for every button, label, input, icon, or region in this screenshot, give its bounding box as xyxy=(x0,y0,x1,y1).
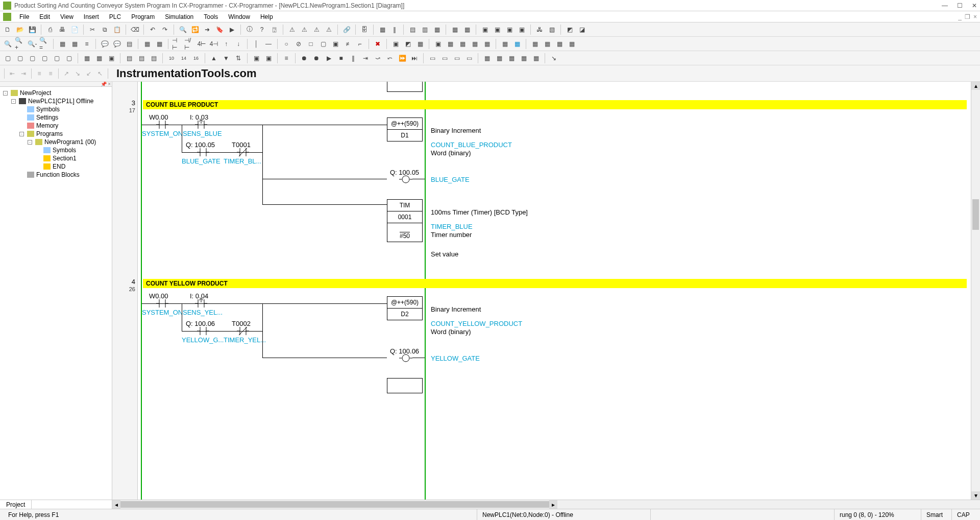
pause-icon[interactable]: ‖ xyxy=(389,24,400,35)
contact-no-icon[interactable]: ⊣ ⊢ xyxy=(172,38,183,50)
step-icon[interactable]: ▦ xyxy=(377,24,388,35)
r3-tim-box[interactable]: TIM 0001 #50 xyxy=(387,199,423,242)
indent-right-icon[interactable]: ⇥ xyxy=(18,68,29,79)
sim2-icon[interactable]: ▣ xyxy=(263,53,274,64)
find-icon[interactable]: 🔍 xyxy=(177,24,188,35)
ladder-diagram[interactable]: COUNT BLUE PRODUCT W0.00 SYSTEM_ON I: 0.… xyxy=(138,82,971,500)
tree-section1[interactable]: Section1 xyxy=(53,155,77,162)
tree-root[interactable]: NewProject xyxy=(20,89,51,97)
vscroll-thumb[interactable] xyxy=(972,199,979,230)
link-icon[interactable]: 🔗 xyxy=(341,24,352,35)
r4-inc-box[interactable]: @++(590) D2 xyxy=(387,296,423,320)
menu-tools[interactable]: Tools xyxy=(199,12,223,21)
project-tree[interactable]: -NewProject -NewPLC1[CP1L] Offline Symbo… xyxy=(0,87,112,500)
contact-up-icon[interactable]: ↑ xyxy=(220,38,232,50)
tree-programs[interactable]: Programs xyxy=(36,130,63,137)
r3-inc-box[interactable]: @++(590) D1 xyxy=(387,117,423,141)
view2-icon[interactable]: ▦ xyxy=(93,53,105,64)
indent-left-icon[interactable]: ⇤ xyxy=(7,68,18,79)
tree-end[interactable]: END xyxy=(53,163,65,170)
zoom-100-icon[interactable]: 🔍= xyxy=(39,38,50,50)
net2-icon[interactable]: ▦ xyxy=(494,53,505,64)
maximize-button[interactable]: ☐ xyxy=(957,2,963,9)
instr-icon[interactable]: □ xyxy=(305,38,316,50)
swap-icon[interactable]: ⇅ xyxy=(233,53,244,64)
horizontal-scrollbar[interactable]: ◂ ▸ xyxy=(112,500,980,509)
coil-nc-icon[interactable]: ⊘ xyxy=(293,38,304,50)
print-icon[interactable]: ⎙ xyxy=(44,24,56,35)
stop-icon[interactable]: ◩ xyxy=(402,38,413,50)
toggle2-icon[interactable]: ▦ xyxy=(69,38,80,50)
win1-icon[interactable]: ▢ xyxy=(2,53,13,64)
cascade-icon[interactable]: ▤ xyxy=(407,24,418,35)
zoom-fit-icon[interactable]: 🔍 xyxy=(2,38,13,50)
hline-icon[interactable]: — xyxy=(263,38,274,50)
plc3-icon[interactable]: ▣ xyxy=(504,24,515,35)
tree-symbols[interactable]: Symbols xyxy=(36,106,60,113)
mdi-minimize-button[interactable]: _ xyxy=(958,13,962,20)
address-view-icon[interactable]: ▦ xyxy=(141,38,153,50)
contact-4p-icon[interactable]: 4⊢ xyxy=(196,38,207,50)
grid1-icon[interactable]: ▦ xyxy=(449,24,460,35)
net1-icon[interactable]: ▦ xyxy=(481,53,493,64)
tree-settings[interactable]: Settings xyxy=(36,114,58,121)
mon3-icon[interactable]: ▦ xyxy=(554,38,565,50)
mdi-restore-button[interactable]: ❐ xyxy=(965,13,970,20)
menu-program[interactable]: Program xyxy=(126,12,160,21)
online5-icon[interactable]: ▦ xyxy=(481,38,493,50)
warning2-icon[interactable]: ⚠ xyxy=(299,24,310,35)
disp2-icon[interactable]: ▭ xyxy=(439,53,450,64)
tree-newprogram[interactable]: NewProgram1 (00) xyxy=(44,138,96,146)
coil-icon[interactable]: ○ xyxy=(281,38,292,50)
tile-v-icon[interactable]: ▦ xyxy=(431,24,443,35)
bookmark-icon[interactable]: 🔖 xyxy=(214,24,225,35)
tree-memory[interactable]: Memory xyxy=(36,122,58,129)
menu-insert[interactable]: Insert xyxy=(79,12,104,21)
minimize-button[interactable]: — xyxy=(942,2,948,9)
vertical-scrollbar[interactable]: ▴ ▾ xyxy=(971,82,980,500)
menu-simulation[interactable]: Simulation xyxy=(160,12,199,21)
play-icon[interactable]: ▶ xyxy=(323,53,334,64)
sim1-icon[interactable]: ▣ xyxy=(251,53,262,64)
win4-icon[interactable]: ▢ xyxy=(39,53,50,64)
paste-icon[interactable]: 📋 xyxy=(111,24,122,35)
contact-dn-icon[interactable]: ↓ xyxy=(233,38,244,50)
down-icon[interactable]: ▼ xyxy=(220,53,232,64)
io-icon[interactable]: ▧ xyxy=(546,24,557,35)
scroll-right-icon[interactable]: ▸ xyxy=(549,500,557,509)
close-panel-icon[interactable]: × xyxy=(108,82,111,87)
menu-plc[interactable]: PLC xyxy=(104,12,126,21)
a2-icon[interactable]: ↘ xyxy=(72,68,83,79)
whatsthis-icon[interactable]: ⍰ xyxy=(268,24,280,35)
new-icon[interactable]: 🗋 xyxy=(2,24,13,35)
stop2-icon[interactable]: ■ xyxy=(335,53,347,64)
step-out-icon[interactable]: ⤺ xyxy=(384,53,396,64)
net4-icon[interactable]: ▦ xyxy=(518,53,529,64)
not-icon[interactable]: ≠ xyxy=(342,38,353,50)
menu-window[interactable]: Window xyxy=(223,12,255,21)
instr2-icon[interactable]: ▢ xyxy=(317,38,329,50)
ff-icon[interactable]: ⏩ xyxy=(397,53,408,64)
redo-icon[interactable]: ↷ xyxy=(159,24,170,35)
win6-icon[interactable]: ▢ xyxy=(63,53,75,64)
rung-comment-icon[interactable]: ▤ xyxy=(124,38,135,50)
tile-h-icon[interactable]: ▥ xyxy=(419,24,430,35)
scroll-left-icon[interactable]: ◂ xyxy=(112,500,120,509)
mon4-icon[interactable]: ▦ xyxy=(566,38,577,50)
project-tab[interactable]: Project xyxy=(0,500,32,509)
extra1-icon[interactable]: ◩ xyxy=(564,24,575,35)
menu-view[interactable]: View xyxy=(55,12,79,21)
a3-icon[interactable]: ↙ xyxy=(83,68,94,79)
win5-icon[interactable]: ▢ xyxy=(51,53,62,64)
disp4-icon[interactable]: ▭ xyxy=(463,53,475,64)
align-icon[interactable]: ≡ xyxy=(281,53,292,64)
net-icon[interactable]: 🖧 xyxy=(534,24,545,35)
align-left-icon[interactable]: ≡ xyxy=(34,68,45,79)
comment-icon[interactable]: 💬 xyxy=(99,38,110,50)
scroll-down-icon[interactable]: ▾ xyxy=(971,491,980,500)
rec-icon[interactable]: ⏺ xyxy=(299,53,310,64)
print-preview-icon[interactable]: 🖶 xyxy=(57,24,68,35)
save-icon[interactable]: 💾 xyxy=(27,24,38,35)
zoom-out-icon[interactable]: 🔍- xyxy=(27,38,38,50)
align-right-icon[interactable]: ≡ xyxy=(45,68,56,79)
